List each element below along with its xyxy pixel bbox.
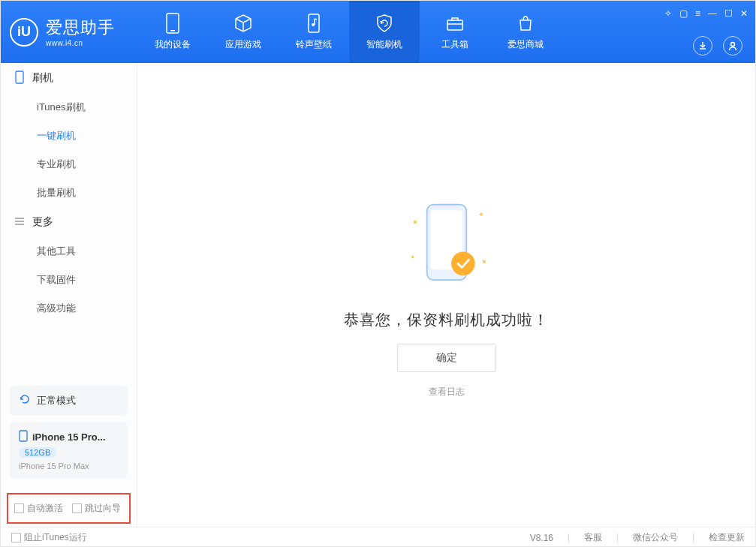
footer-link-support[interactable]: 客服 xyxy=(584,531,602,544)
main-content: 恭喜您，保资料刷机成功啦！ 确定 查看日志 xyxy=(137,63,755,527)
svg-rect-4 xyxy=(447,20,462,30)
svg-point-11 xyxy=(451,252,475,276)
phone-icon xyxy=(162,13,183,34)
main-nav: 我的设备 应用游戏 铃声壁纸 智能刷机 工具箱 xyxy=(137,1,561,63)
shield-sync-icon xyxy=(374,13,395,34)
svg-rect-6 xyxy=(16,71,23,83)
sidebar-item-download-firmware[interactable]: 下载固件 xyxy=(1,266,137,294)
music-icon xyxy=(303,13,324,34)
phone-icon xyxy=(14,71,25,86)
block-itunes-checkbox[interactable]: 阻止iTunes运行 xyxy=(11,531,87,544)
nav-store[interactable]: 爱思商城 xyxy=(490,1,561,63)
cube-icon xyxy=(233,13,254,34)
header: iU 爱思助手 www.i4.cn 我的设备 应用游戏 铃声壁纸 xyxy=(1,1,755,63)
nav-toolbox[interactable]: 工具箱 xyxy=(420,1,490,63)
minimize-button[interactable]: — xyxy=(708,8,717,19)
phone-icon-small[interactable]: ▢ xyxy=(679,8,688,19)
svg-rect-2 xyxy=(309,14,319,32)
sidebar-item-other-tools[interactable]: 其他工具 xyxy=(1,237,137,266)
refresh-icon xyxy=(19,393,31,407)
nav-smart-flash[interactable]: 智能刷机 xyxy=(349,1,420,63)
footer-link-update[interactable]: 检查更新 xyxy=(709,531,745,544)
mode-indicator[interactable]: 正常模式 xyxy=(10,386,128,415)
svg-point-8 xyxy=(411,256,414,259)
view-log-link[interactable]: 查看日志 xyxy=(429,386,465,398)
nav-apps-games[interactable]: 应用游戏 xyxy=(208,1,279,63)
footer-link-wechat[interactable]: 微信公众号 xyxy=(633,531,678,544)
sidebar-item-pro-flash[interactable]: 专业刷机 xyxy=(1,150,137,179)
bag-icon xyxy=(515,13,536,34)
nav-my-device[interactable]: 我的设备 xyxy=(137,1,208,63)
device-phone-icon xyxy=(19,430,28,444)
sidebar-section-more[interactable]: 更多 xyxy=(1,207,137,237)
app-subtitle: www.i4.cn xyxy=(46,39,115,47)
device-subtitle: iPhone 15 Pro Max xyxy=(19,461,119,470)
sidebar-item-oneclick-flash[interactable]: 一键刷机 xyxy=(1,122,137,150)
toolbox-icon xyxy=(444,13,465,34)
sidebar-item-advanced[interactable]: 高级功能 xyxy=(1,294,137,323)
svg-rect-7 xyxy=(20,431,27,441)
close-button[interactable]: ✕ xyxy=(740,8,748,19)
auto-activate-checkbox[interactable]: 自动激活 xyxy=(14,502,63,515)
maximize-button[interactable]: ☐ xyxy=(724,8,733,19)
device-card[interactable]: iPhone 15 Pro... 512GB iPhone 15 Pro Max xyxy=(10,422,128,478)
ok-button[interactable]: 确定 xyxy=(397,344,496,372)
footer: 阻止iTunes运行 V8.16 客服 微信公众号 检查更新 xyxy=(1,527,755,547)
gift-icon[interactable]: ✧ xyxy=(664,8,672,19)
version-label: V8.16 xyxy=(530,533,553,543)
svg-rect-1 xyxy=(170,30,175,32)
success-illustration xyxy=(394,191,499,296)
sidebar: 刷机 iTunes刷机 一键刷机 专业刷机 批量刷机 更多 其他工具 下载固件 … xyxy=(1,63,137,527)
sidebar-section-flash[interactable]: 刷机 xyxy=(1,63,137,93)
nav-ringtones[interactable]: 铃声壁纸 xyxy=(279,1,349,63)
storage-badge: 512GB xyxy=(19,447,56,458)
success-message: 恭喜您，保资料刷机成功啦！ xyxy=(344,310,549,330)
skip-wizard-checkbox[interactable]: 跳过向导 xyxy=(72,502,121,515)
user-button[interactable] xyxy=(723,36,742,56)
download-button[interactable] xyxy=(693,36,712,56)
logo-icon: iU xyxy=(10,18,38,47)
sidebar-item-itunes-flash[interactable]: iTunes刷机 xyxy=(1,93,137,122)
svg-point-3 xyxy=(312,23,315,26)
svg-point-5 xyxy=(731,43,735,47)
highlighted-options: 自动激活 跳过向导 xyxy=(7,493,131,524)
sidebar-item-batch-flash[interactable]: 批量刷机 xyxy=(1,179,137,207)
app-title: 爱思助手 xyxy=(46,17,115,39)
list-icon xyxy=(14,216,25,228)
menu-icon[interactable]: ≡ xyxy=(695,8,700,19)
logo-area: iU 爱思助手 www.i4.cn xyxy=(1,17,137,47)
